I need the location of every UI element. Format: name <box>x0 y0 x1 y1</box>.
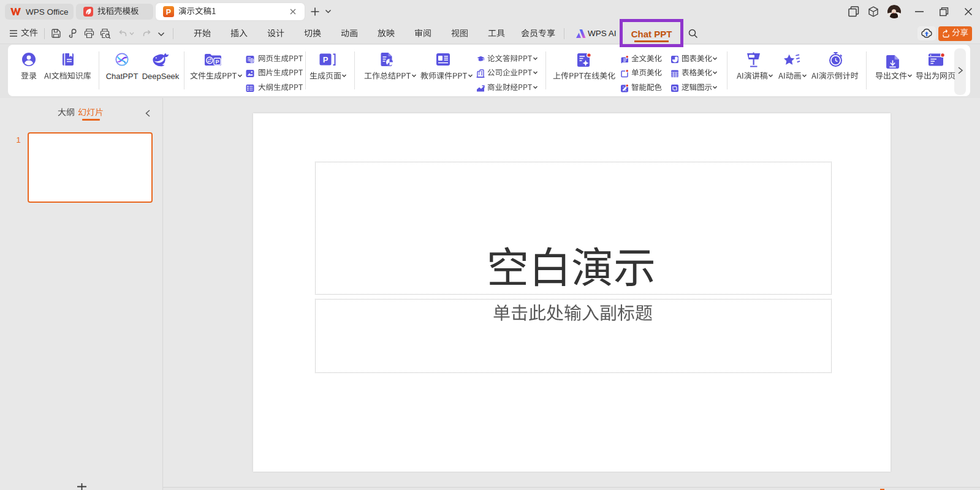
svg-text:P: P <box>215 59 219 65</box>
svg-text:P: P <box>166 8 171 17</box>
svg-text:P: P <box>323 55 329 64</box>
